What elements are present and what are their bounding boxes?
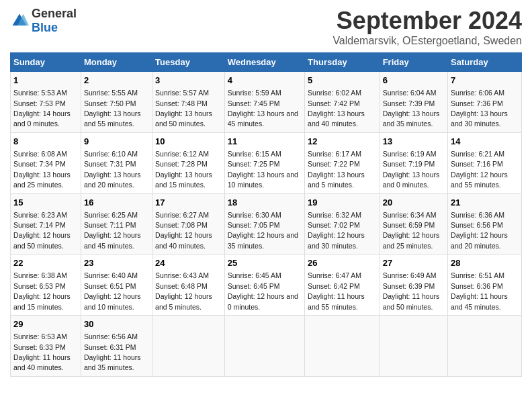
day-number: 10 (155, 136, 222, 148)
calendar-cell: 3Sunrise: 5:57 AMSunset: 7:48 PMDaylight… (152, 72, 225, 133)
calendar-table: SundayMondayTuesdayWednesdayThursdayFrid… (10, 52, 522, 377)
calendar-cell: 24Sunrise: 6:43 AMSunset: 6:48 PMDayligh… (152, 255, 225, 316)
day-number: 23 (84, 257, 149, 269)
day-number: 30 (84, 318, 149, 330)
calendar-cell: 2Sunrise: 5:55 AMSunset: 7:50 PMDaylight… (81, 72, 152, 133)
calendar-cell: 11Sunrise: 6:15 AMSunset: 7:25 PMDayligh… (224, 132, 304, 193)
day-number: 13 (383, 136, 445, 148)
subtitle: Valdemarsvik, OEstergoetland, Sweden (332, 35, 522, 47)
cell-info: Sunrise: 6:25 AMSunset: 7:11 PMDaylight:… (84, 211, 141, 250)
column-header-thursday: Thursday (305, 53, 380, 72)
cell-info: Sunrise: 6:45 AMSunset: 6:45 PMDaylight:… (228, 271, 298, 310)
logo: General Blue (10, 7, 77, 35)
page-header: General Blue September 2024 Valdemarsvik… (10, 7, 522, 47)
cell-info: Sunrise: 6:27 AMSunset: 7:08 PMDaylight:… (155, 211, 212, 250)
cell-info: Sunrise: 6:02 AMSunset: 7:42 PMDaylight:… (308, 89, 365, 128)
calendar-cell (448, 316, 522, 377)
cell-info: Sunrise: 6:43 AMSunset: 6:48 PMDaylight:… (155, 271, 212, 310)
day-number: 1 (13, 75, 78, 87)
cell-info: Sunrise: 6:38 AMSunset: 6:53 PMDaylight:… (13, 271, 71, 310)
cell-info: Sunrise: 5:57 AMSunset: 7:48 PMDaylight:… (155, 89, 212, 128)
day-number: 5 (308, 75, 377, 87)
title-section: September 2024 Valdemarsvik, OEstergoetl… (332, 7, 522, 47)
cell-info: Sunrise: 6:49 AMSunset: 6:39 PMDaylight:… (383, 271, 440, 310)
calendar-cell: 30Sunrise: 6:56 AMSunset: 6:31 PMDayligh… (81, 316, 152, 377)
cell-info: Sunrise: 6:19 AMSunset: 7:19 PMDaylight:… (383, 150, 440, 189)
calendar-cell: 29Sunrise: 6:53 AMSunset: 6:33 PMDayligh… (11, 316, 81, 377)
calendar-cell: 15Sunrise: 6:23 AMSunset: 7:14 PMDayligh… (11, 193, 81, 255)
calendar-header-row: SundayMondayTuesdayWednesdayThursdayFrid… (11, 53, 522, 72)
cell-info: Sunrise: 6:10 AMSunset: 7:31 PMDaylight:… (84, 150, 141, 189)
calendar-cell: 8Sunrise: 6:08 AMSunset: 7:34 PMDaylight… (11, 132, 81, 193)
calendar-cell: 17Sunrise: 6:27 AMSunset: 7:08 PMDayligh… (152, 193, 225, 255)
day-number: 12 (308, 136, 377, 148)
column-header-tuesday: Tuesday (152, 53, 225, 72)
calendar-cell: 1Sunrise: 5:53 AMSunset: 7:53 PMDaylight… (11, 72, 81, 133)
cell-info: Sunrise: 5:53 AMSunset: 7:53 PMDaylight:… (13, 89, 71, 128)
cell-info: Sunrise: 6:21 AMSunset: 7:16 PMDaylight:… (451, 150, 508, 189)
day-number: 28 (451, 257, 519, 269)
calendar-cell: 25Sunrise: 6:45 AMSunset: 6:45 PMDayligh… (224, 255, 304, 316)
day-number: 24 (155, 257, 222, 269)
day-number: 17 (155, 197, 222, 209)
cell-info: Sunrise: 6:06 AMSunset: 7:36 PMDaylight:… (451, 89, 508, 128)
cell-info: Sunrise: 6:17 AMSunset: 7:22 PMDaylight:… (308, 150, 365, 189)
column-header-saturday: Saturday (448, 53, 522, 72)
day-number: 18 (228, 197, 302, 209)
day-number: 16 (84, 197, 149, 209)
calendar-cell: 12Sunrise: 6:17 AMSunset: 7:22 PMDayligh… (305, 132, 380, 193)
calendar-week-row: 8Sunrise: 6:08 AMSunset: 7:34 PMDaylight… (11, 132, 522, 193)
calendar-cell: 13Sunrise: 6:19 AMSunset: 7:19 PMDayligh… (380, 132, 447, 193)
cell-info: Sunrise: 6:30 AMSunset: 7:05 PMDaylight:… (228, 211, 298, 250)
cell-info: Sunrise: 6:40 AMSunset: 6:51 PMDaylight:… (84, 271, 141, 310)
day-number: 21 (451, 197, 519, 209)
day-number: 19 (308, 197, 377, 209)
column-header-wednesday: Wednesday (224, 53, 304, 72)
calendar-cell: 21Sunrise: 6:36 AMSunset: 6:56 PMDayligh… (448, 193, 522, 255)
calendar-cell: 23Sunrise: 6:40 AMSunset: 6:51 PMDayligh… (81, 255, 152, 316)
logo-text-general: General (32, 7, 77, 20)
calendar-cell: 5Sunrise: 6:02 AMSunset: 7:42 PMDaylight… (305, 72, 380, 133)
calendar-week-row: 1Sunrise: 5:53 AMSunset: 7:53 PMDaylight… (11, 72, 522, 133)
calendar-cell: 28Sunrise: 6:51 AMSunset: 6:36 PMDayligh… (448, 255, 522, 316)
logo-icon (10, 11, 29, 30)
cell-info: Sunrise: 6:32 AMSunset: 7:02 PMDaylight:… (308, 211, 365, 250)
logo-text-blue: Blue (32, 21, 58, 34)
day-number: 22 (13, 257, 78, 269)
calendar-cell (380, 316, 447, 377)
day-number: 20 (383, 197, 445, 209)
day-number: 27 (383, 257, 445, 269)
cell-info: Sunrise: 6:23 AMSunset: 7:14 PMDaylight:… (13, 211, 71, 250)
column-header-monday: Monday (81, 53, 152, 72)
day-number: 15 (13, 197, 78, 209)
day-number: 25 (228, 257, 302, 269)
calendar-cell: 7Sunrise: 6:06 AMSunset: 7:36 PMDaylight… (448, 72, 522, 133)
calendar-cell: 27Sunrise: 6:49 AMSunset: 6:39 PMDayligh… (380, 255, 447, 316)
calendar-cell: 26Sunrise: 6:47 AMSunset: 6:42 PMDayligh… (305, 255, 380, 316)
day-number: 29 (13, 318, 78, 330)
calendar-week-row: 22Sunrise: 6:38 AMSunset: 6:53 PMDayligh… (11, 255, 522, 316)
cell-info: Sunrise: 5:55 AMSunset: 7:50 PMDaylight:… (84, 89, 141, 128)
day-number: 11 (228, 136, 302, 148)
day-number: 8 (13, 136, 78, 148)
day-number: 26 (308, 257, 377, 269)
calendar-cell: 10Sunrise: 6:12 AMSunset: 7:28 PMDayligh… (152, 132, 225, 193)
day-number: 2 (84, 75, 149, 87)
calendar-cell: 22Sunrise: 6:38 AMSunset: 6:53 PMDayligh… (11, 255, 81, 316)
cell-info: Sunrise: 6:15 AMSunset: 7:25 PMDaylight:… (228, 150, 298, 189)
calendar-cell: 18Sunrise: 6:30 AMSunset: 7:05 PMDayligh… (224, 193, 304, 255)
cell-info: Sunrise: 6:08 AMSunset: 7:34 PMDaylight:… (13, 150, 71, 189)
calendar-cell (305, 316, 380, 377)
day-number: 6 (383, 75, 445, 87)
day-number: 4 (228, 75, 302, 87)
day-number: 14 (451, 136, 519, 148)
main-title: September 2024 (332, 7, 522, 35)
cell-info: Sunrise: 6:51 AMSunset: 6:36 PMDaylight:… (451, 271, 508, 310)
cell-info: Sunrise: 6:36 AMSunset: 6:56 PMDaylight:… (451, 211, 508, 250)
cell-info: Sunrise: 5:59 AMSunset: 7:45 PMDaylight:… (228, 89, 298, 128)
cell-info: Sunrise: 6:53 AMSunset: 6:33 PMDaylight:… (13, 332, 71, 371)
calendar-cell: 20Sunrise: 6:34 AMSunset: 6:59 PMDayligh… (380, 193, 447, 255)
column-header-sunday: Sunday (11, 53, 81, 72)
calendar-cell: 16Sunrise: 6:25 AMSunset: 7:11 PMDayligh… (81, 193, 152, 255)
cell-info: Sunrise: 6:56 AMSunset: 6:31 PMDaylight:… (84, 332, 141, 371)
